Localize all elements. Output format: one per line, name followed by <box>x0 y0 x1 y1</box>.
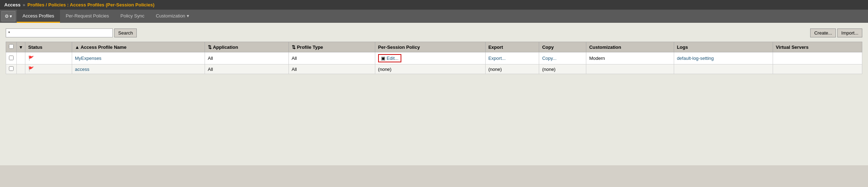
row2-virtual-servers <box>773 64 862 74</box>
row2-profile-name: access <box>72 64 205 74</box>
row1-customization: Modern <box>586 52 674 64</box>
row2-status-flag <box>28 66 34 72</box>
search-row: Search Create... Import... <box>6 28 862 37</box>
row1-edit-link[interactable]: Edit... <box>387 56 398 61</box>
header-status: Status <box>25 42 72 52</box>
row1-profile-type: All <box>289 52 375 64</box>
row1-checkbox[interactable] <box>9 56 14 60</box>
header-virtual-servers: Virtual Servers <box>773 42 862 52</box>
tab-access-profiles-label: Access Profiles <box>22 13 54 19</box>
header-copy: Copy <box>539 42 586 52</box>
row1-edit-icon: ▣ <box>381 56 385 61</box>
breadcrumb: Profiles / Policies : Access Profiles (P… <box>27 2 155 7</box>
row2-profile-type: All <box>289 64 375 74</box>
row2-checkbox-cell <box>6 64 17 74</box>
header-checkbox-cell <box>6 42 17 52</box>
profiles-table: ▾ Status ▲ Access Profile Name ⇅ Applica… <box>6 42 862 74</box>
row1-logs-link[interactable]: default-log-setting <box>677 56 714 61</box>
search-button[interactable]: Search <box>114 28 137 37</box>
header-dropdown-arrow: ▾ <box>20 45 22 50</box>
row2-per-session-policy: (none) <box>375 64 485 74</box>
row1-per-session-policy: ▣ Edit... <box>375 52 485 64</box>
sort-asc-icon: ▲ <box>75 45 81 50</box>
action-buttons: Create... Import... <box>810 28 862 37</box>
row2-dropdown-cell <box>17 64 25 74</box>
tab-access-profiles[interactable]: Access Profiles <box>17 10 60 23</box>
top-bar: Access » Profiles / Policies : Access Pr… <box>0 0 868 10</box>
header-logs: Logs <box>674 42 773 52</box>
tab-bar: ⚙ ▾ Access Profiles Per-Request Policies… <box>0 10 868 23</box>
row1-application: All <box>205 52 289 64</box>
tab-customization[interactable]: Customization ▾ <box>150 10 195 23</box>
customization-dropdown-arrow: ▾ <box>187 13 189 19</box>
breadcrumb-chevrons: » <box>23 2 25 7</box>
row2-profile-name-link[interactable]: access <box>75 67 89 72</box>
search-area: Search <box>6 28 137 37</box>
header-profile-name[interactable]: ▲ Access Profile Name <box>72 42 205 52</box>
tab-policy-sync[interactable]: Policy Sync <box>115 10 150 23</box>
row1-logs: default-log-setting <box>674 52 773 64</box>
header-application[interactable]: ⇅ Application <box>205 42 289 52</box>
row1-export: Export... <box>485 52 539 64</box>
row2-application: All <box>205 64 289 74</box>
row1-export-link[interactable]: Export... <box>488 56 506 61</box>
row1-copy-link[interactable]: Copy... <box>542 56 556 61</box>
gear-icon: ⚙ <box>5 14 9 19</box>
sort-neutral-icon-app: ⇅ <box>208 45 213 50</box>
tab-per-request-policies[interactable]: Per-Request Policies <box>60 10 115 23</box>
row1-profile-name-link[interactable]: MyExpenses <box>75 56 101 61</box>
tab-per-request-policies-label: Per-Request Policies <box>66 13 109 19</box>
header-profile-type[interactable]: ⇅ Profile Type <box>289 42 375 52</box>
row1-profile-name: MyExpenses <box>72 52 205 64</box>
header-per-session-policy: Per-Session Policy <box>375 42 485 52</box>
table-header-row: ▾ Status ▲ Access Profile Name ⇅ Applica… <box>6 42 862 52</box>
gear-dropdown-arrow: ▾ <box>10 14 12 19</box>
main-content: Search Create... Import... ▾ Status ▲ Ac… <box>0 23 868 165</box>
row2-logs <box>674 64 773 74</box>
header-dropdown-cell: ▾ <box>17 42 25 52</box>
create-button[interactable]: Create... <box>810 28 836 37</box>
table-row: MyExpenses All All ▣ Edit... Export... C… <box>6 52 862 64</box>
row1-status <box>25 52 72 64</box>
gear-button[interactable]: ⚙ ▾ <box>1 11 15 21</box>
sort-neutral-icon-type: ⇅ <box>292 45 297 50</box>
import-button[interactable]: Import... <box>837 28 862 37</box>
row2-export: (none) <box>485 64 539 74</box>
row1-checkbox-cell <box>6 52 17 64</box>
row1-edit-btn-wrapper: ▣ Edit... <box>378 54 401 62</box>
header-customization: Customization <box>586 42 674 52</box>
row1-virtual-servers <box>773 52 862 64</box>
search-input[interactable] <box>6 28 113 37</box>
app-name: Access <box>4 2 21 7</box>
row2-copy: (none) <box>539 64 586 74</box>
header-export: Export <box>485 42 539 52</box>
table-row: access All All (none) (none) (none) <box>6 64 862 74</box>
row1-dropdown-cell <box>17 52 25 64</box>
row2-checkbox[interactable] <box>9 66 14 71</box>
row2-customization <box>586 64 674 74</box>
select-all-checkbox[interactable] <box>9 44 14 49</box>
row2-status <box>25 64 72 74</box>
row1-status-flag <box>28 56 34 61</box>
tab-policy-sync-label: Policy Sync <box>120 13 144 19</box>
tab-customization-label: Customization <box>156 13 185 19</box>
row1-copy: Copy... <box>539 52 586 64</box>
